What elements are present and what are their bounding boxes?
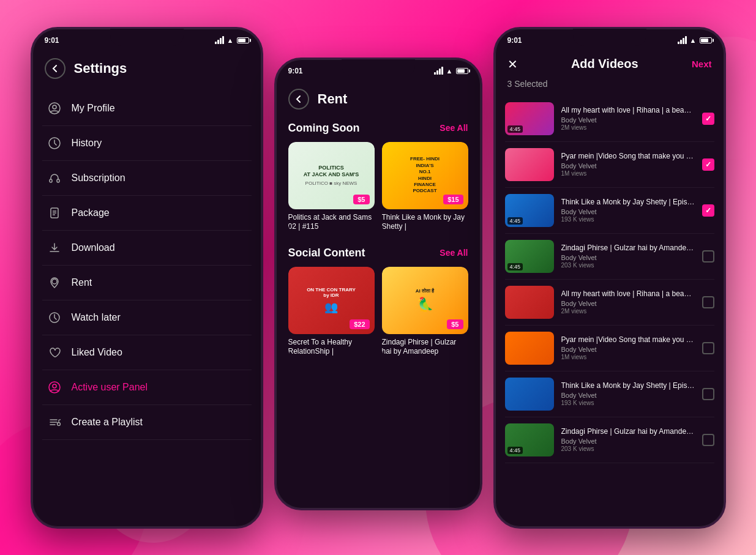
vl-info-6: Pyar mein |Video Song that make you fall… [561, 335, 695, 361]
menu-item-package[interactable]: Package [42, 196, 252, 231]
next-button[interactable]: Next [692, 59, 712, 69]
vl-checkbox-6[interactable] [702, 342, 714, 354]
vl-views-2: 1M views [561, 170, 695, 177]
card-monk[interactable]: FREE- HINDIINDIA'SNO.1HINDIFINANCEPODCAS… [382, 142, 468, 232]
status-icons-1: ▲ [215, 36, 249, 44]
politics-price: $5 [353, 195, 369, 204]
vl-checkbox-7[interactable] [702, 388, 714, 400]
vl-checkbox-1[interactable] [702, 113, 714, 125]
card-thumb-politics: POLITICSAT JACK AND SAM'S POLITICO ■ sky… [288, 142, 375, 209]
social-content-see-all[interactable]: See All [440, 248, 468, 258]
download-icon [47, 240, 62, 255]
vl-thumb-4: 4:45 [505, 240, 554, 273]
phone-add-videos: 9:01 ▲ ✕ Add Videos Next 3 Selected [493, 27, 726, 529]
signal-2 [434, 67, 443, 75]
vl-views-7: 193 K views [561, 400, 695, 406]
settings-menu: My Profile History [32, 91, 261, 440]
notch-3 [573, 29, 646, 46]
zindagi-card-title: Zindagi Phirse | Gulzar hai by Amandeep [382, 338, 468, 357]
card-thumb-monk: FREE- HINDIINDIA'SNO.1HINDIFINANCEPODCAS… [382, 142, 468, 209]
menu-item-watch-later[interactable]: Watch later [42, 300, 252, 335]
selected-count: 3 Selected [495, 78, 724, 96]
vl-checkbox-8[interactable] [702, 434, 714, 446]
menu-label-my-profile: My Profile [72, 103, 115, 114]
video-list-item[interactable]: Pyar mein |Video Song that make you fall… [505, 142, 714, 188]
vl-channel-1: Body Velvet [561, 116, 695, 124]
monk-price: $15 [443, 195, 463, 204]
monk-card-title: Think Like a Monk by Jay Shetty | [382, 213, 468, 232]
coming-soon-title: Coming Soon [288, 122, 360, 135]
vl-info-7: Think Like a Monk by Jay Shetty | Episod… [561, 381, 695, 407]
menu-label-download: Download [72, 242, 115, 253]
notch-2 [342, 59, 415, 76]
vl-checkbox-4[interactable] [702, 250, 714, 263]
menu-label-liked-video: Liked Video [72, 347, 122, 358]
card-zindagi[interactable]: AI तोता है 🦜 $5 Zindagi Phirse | Gulzar … [382, 267, 468, 357]
menu-item-subscription[interactable]: Subscription [42, 161, 252, 196]
menu-item-active-user[interactable]: Active user Panel [42, 370, 252, 405]
video-list-item[interactable]: 4:45 Zindagi Phirse | Gulzar hai by Aman… [505, 417, 714, 463]
vl-info-2: Pyar mein |Video Song that make you fall… [561, 152, 695, 177]
video-list-item[interactable]: Pyar mein |Video Song that make you fall… [505, 326, 714, 371]
add-videos-content: ✕ Add Videos Next 3 Selected 4:45 All my… [495, 48, 724, 516]
zindagi-label: AI तोता है [416, 288, 434, 294]
card-politics[interactable]: POLITICSAT JACK AND SAM'S POLITICO ■ sky… [288, 142, 375, 232]
menu-item-history[interactable]: History [42, 126, 252, 161]
menu-label-create-playlist: Create a Playlist [72, 417, 143, 428]
menu-item-my-profile[interactable]: My Profile [42, 91, 252, 126]
vl-checkbox-3[interactable] [702, 204, 714, 217]
rent-title: Rent [318, 91, 348, 107]
menu-label-active-user: Active user Panel [72, 382, 148, 393]
vl-channel-2: Body Velvet [561, 162, 695, 169]
coming-soon-see-all[interactable]: See All [440, 123, 468, 133]
vl-title-8: Zindagi Phirse | Gulzar hai by Amandeep … [561, 427, 695, 437]
status-icons-2: ▲ [434, 67, 468, 75]
video-list-item[interactable]: 4:45 Zindagi Phirse | Gulzar hai by Aman… [505, 234, 714, 280]
clock-circle-icon [47, 136, 62, 151]
vl-thumb-2 [505, 148, 554, 181]
svg-point-1 [53, 105, 56, 109]
vl-views-8: 203 K views [561, 445, 695, 452]
notch-1 [110, 29, 184, 46]
menu-item-create-playlist[interactable]: Create a Playlist [42, 405, 252, 440]
settings-title: Settings [74, 61, 127, 76]
menu-item-rent[interactable]: Rent [42, 266, 252, 300]
wifi-3: ▲ [690, 37, 697, 44]
menu-label-watch-later: Watch later [72, 312, 121, 323]
file-text-icon [47, 206, 62, 220]
vl-info-3: Think Like a Monk by Jay Shetty | Episod… [561, 198, 695, 223]
vl-checkbox-5[interactable] [702, 296, 714, 308]
battery-2 [456, 68, 468, 74]
svg-rect-4 [57, 179, 59, 182]
secret-card-title: Secret To a Healthy RelationShip | [288, 338, 375, 357]
back-button-rent[interactable] [288, 89, 309, 110]
menu-label-history: History [72, 138, 102, 149]
social-content-cards: ON THE CON TRARYby IDR 👥 $22 Secret To a… [276, 267, 481, 369]
vl-channel-3: Body Velvet [561, 208, 695, 215]
video-list-item[interactable]: 4:45 All my heart with love | Rihana | a… [505, 96, 714, 142]
monk-label: FREE- HINDIINDIA'SNO.1HINDIFINANCEPODCAS… [410, 156, 440, 194]
vl-checkbox-2[interactable] [702, 158, 714, 171]
vl-thumb-1: 4:45 [505, 102, 554, 135]
vl-views-5: 2M views [561, 308, 695, 315]
back-button-settings[interactable] [45, 58, 65, 79]
video-list-item[interactable]: Think Like a Monk by Jay Shetty | Episod… [505, 371, 714, 417]
svg-rect-3 [50, 179, 52, 182]
time-2: 9:01 [288, 67, 303, 75]
time-1: 9:01 [45, 36, 59, 45]
politics-label: POLITICSAT JACK AND SAM'S [304, 165, 359, 178]
video-list-item[interactable]: All my heart with love | Rihana | a beau… [505, 280, 714, 326]
add-videos-title: Add Videos [571, 57, 638, 71]
menu-item-liked-video[interactable]: Liked Video [42, 335, 252, 370]
vl-title-2: Pyar mein |Video Song that make you fall… [561, 152, 695, 162]
video-list: 4:45 All my heart with love | Rihana | a… [495, 96, 724, 515]
video-list-item[interactable]: 4:45 Think Like a Monk by Jay Shetty | E… [505, 188, 714, 234]
vl-channel-6: Body Velvet [561, 346, 695, 353]
vl-thumb-8: 4:45 [505, 423, 554, 456]
close-button[interactable]: ✕ [507, 57, 518, 72]
menu-item-download[interactable]: Download [42, 231, 252, 266]
vl-channel-4: Body Velvet [561, 254, 695, 261]
person-circle-pink-icon [47, 380, 62, 395]
card-secret[interactable]: ON THE CON TRARYby IDR 👥 $22 Secret To a… [288, 267, 375, 357]
vl-thumb-3: 4:45 [505, 194, 554, 227]
